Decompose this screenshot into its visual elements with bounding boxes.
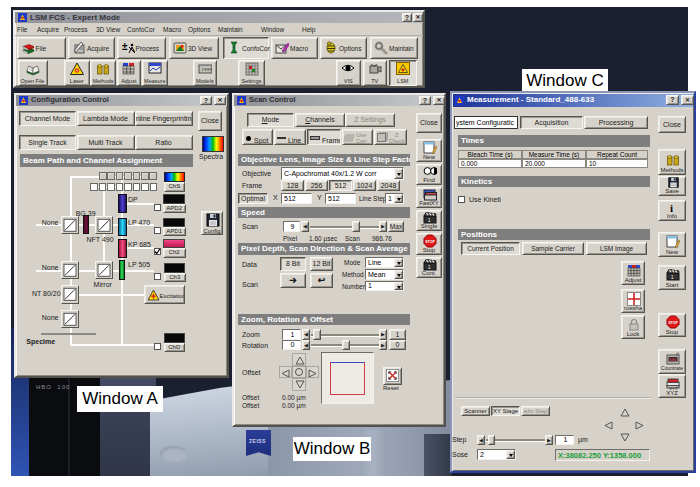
svg-text:1999: 1999: [201, 67, 212, 72]
svg-text:STOP: STOP: [425, 240, 435, 244]
svg-text:STOP: STOP: [668, 321, 678, 325]
svg-text:888: 888: [669, 357, 677, 362]
svg-text:±: ±: [122, 41, 128, 52]
